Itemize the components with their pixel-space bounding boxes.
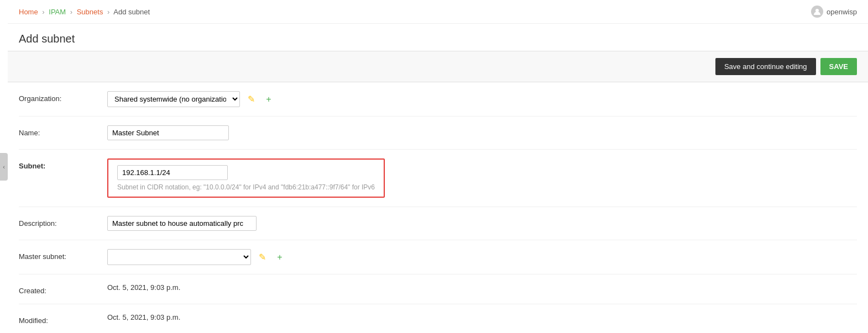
subnet-row: Subnet: Subnet in CIDR notation, eg: "10…: [19, 150, 857, 207]
organization-label: Organization:: [19, 91, 107, 103]
user-avatar-icon: [811, 6, 823, 18]
user-area: openwisp: [811, 6, 857, 18]
breadcrumb-home[interactable]: Home: [19, 8, 38, 16]
organization-add-button[interactable]: +: [262, 93, 275, 106]
breadcrumb-ipam[interactable]: IPAM: [49, 8, 66, 16]
master-subnet-field: ✎ +: [107, 249, 857, 265]
name-row: Name:: [19, 117, 857, 150]
created-label: Created:: [19, 283, 107, 295]
organization-select[interactable]: Shared systemwide (no organization): [107, 91, 240, 107]
created-row: Created: Oct. 5, 2021, 9:03 p.m.: [19, 274, 857, 304]
breadcrumb-current: Add subnet: [113, 8, 150, 16]
top-bar: Home › IPAM › Subnets › Add subnet openw…: [8, 0, 868, 24]
modified-value: Oct. 5, 2021, 9:03 p.m.: [107, 313, 180, 321]
modified-field: Oct. 5, 2021, 9:03 p.m.: [107, 313, 857, 321]
organization-field: Shared systemwide (no organization) ✎ +: [107, 91, 857, 107]
subnet-label: Subnet:: [19, 158, 107, 170]
created-value: Oct. 5, 2021, 9:03 p.m.: [107, 283, 180, 292]
created-field: Oct. 5, 2021, 9:03 p.m.: [107, 283, 857, 292]
description-input[interactable]: [107, 216, 257, 231]
breadcrumb-sep-1: ›: [42, 8, 44, 16]
modified-label: Modified:: [19, 313, 107, 325]
organization-row: Organization: Shared systemwide (no orga…: [19, 82, 857, 117]
master-subnet-label: Master subnet:: [19, 249, 107, 261]
modified-row: Modified: Oct. 5, 2021, 9:03 p.m.: [19, 304, 857, 333]
name-label: Name:: [19, 125, 107, 137]
subnet-highlight-box: Subnet in CIDR notation, eg: "10.0.0.0/2…: [107, 158, 385, 198]
sidebar-toggle[interactable]: ‹: [0, 153, 8, 181]
breadcrumb-subnets[interactable]: Subnets: [77, 8, 103, 16]
breadcrumb-sep-2: ›: [70, 8, 72, 16]
form-area: Organization: Shared systemwide (no orga…: [8, 82, 868, 333]
master-subnet-select[interactable]: [107, 249, 251, 265]
action-bar: Save and continue editing SAVE: [8, 51, 868, 82]
chevron-left-icon: ‹: [3, 163, 5, 170]
name-field: [107, 125, 857, 140]
organization-edit-button[interactable]: ✎: [244, 93, 258, 106]
breadcrumb-sep-3: ›: [107, 8, 109, 16]
page-title: Add subnet: [19, 33, 857, 45]
name-input[interactable]: [107, 125, 229, 140]
subnet-input[interactable]: [117, 165, 228, 180]
master-subnet-add-button[interactable]: +: [273, 251, 286, 264]
description-label: Description:: [19, 216, 107, 228]
description-row: Description:: [19, 207, 857, 240]
subnet-hint: Subnet in CIDR notation, eg: "10.0.0.0/2…: [117, 183, 375, 191]
master-subnet-row: Master subnet: ✎ +: [19, 240, 857, 274]
breadcrumb: Home › IPAM › Subnets › Add subnet: [19, 8, 150, 16]
page-title-area: Add subnet: [8, 24, 868, 51]
save-continue-button[interactable]: Save and continue editing: [715, 58, 816, 75]
master-subnet-edit-button[interactable]: ✎: [255, 251, 269, 264]
save-button[interactable]: SAVE: [820, 58, 857, 75]
username-label: openwisp: [827, 8, 857, 16]
description-field: [107, 216, 857, 231]
